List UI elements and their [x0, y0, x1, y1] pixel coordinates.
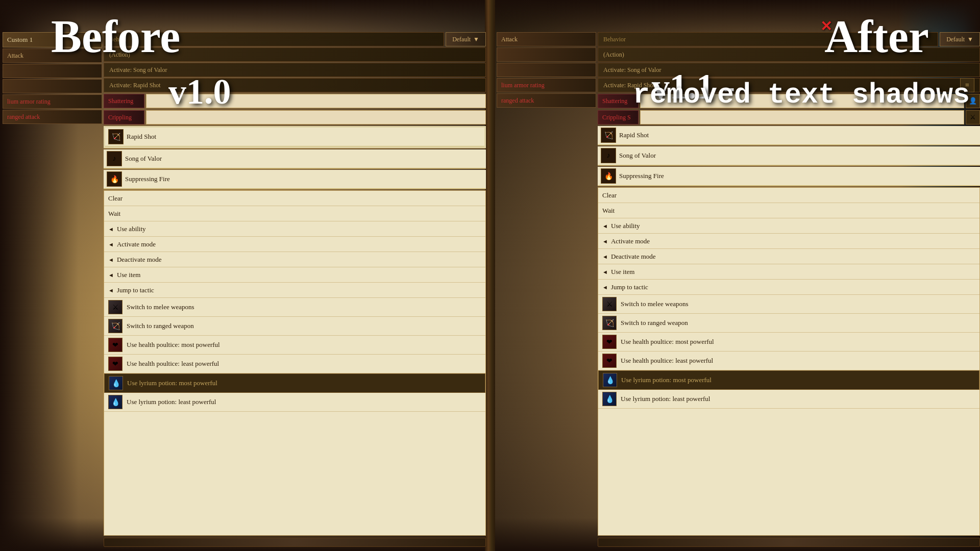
- health-least-icon: ❤: [108, 357, 122, 371]
- left-menu-use-item[interactable]: ◄ Use item: [104, 267, 485, 283]
- right-default-dropdown[interactable]: Default ▼: [940, 32, 980, 46]
- right-rapid-shot-icon: 🏹: [601, 128, 616, 143]
- left-menu-wait[interactable]: Wait: [104, 206, 485, 221]
- right-sidebar-ranged[interactable]: ranged attack: [497, 93, 596, 108]
- right-menu-lyrium-most[interactable]: 💧 Use lyrium potion: most powerful: [598, 370, 979, 390]
- right-ability-rapid[interactable]: 🏹 Rapid Shot: [598, 126, 980, 145]
- right-menu-jump-tactic[interactable]: ◄ Jump to tactic: [598, 280, 979, 295]
- rapid-shot-icon: 🏹: [108, 129, 124, 144]
- right-menu-wait[interactable]: Wait: [598, 203, 979, 218]
- left-menu-lyrium-least[interactable]: 💧 Use lyrium potion: least powerful: [104, 393, 485, 412]
- right-ability-song-row: ♪ Song of Valor: [598, 146, 980, 166]
- left-panel: Custom 1 ▼ Attack lium armor rating rang…: [0, 0, 490, 551]
- left-panel-inner: Custom 1 ▼ Attack lium armor rating rang…: [0, 4, 486, 547]
- right-ability-rapid-row: 🏹 Rapid Shot: [598, 126, 980, 145]
- right-menu-clear[interactable]: Clear: [598, 188, 979, 203]
- left-menu-use-ability[interactable]: ◄ Use ability: [104, 221, 485, 237]
- right-ability-suppressing[interactable]: 🔥 Suppressing Fire: [598, 167, 980, 186]
- right-action-bar: (Action): [598, 47, 980, 62]
- right-shattering-row: Shattering 👤: [598, 93, 980, 109]
- left-menu-jump-tactic[interactable]: ◄ Jump to tactic: [104, 283, 485, 298]
- right-crippling-content: [640, 110, 964, 124]
- left-shattering-label: Shattering: [104, 94, 144, 108]
- lyrium-least-icon: 💧: [108, 395, 122, 409]
- chevron-down-icon: ▼: [473, 36, 479, 43]
- right-menu-deactivate-mode[interactable]: ◄ Deactivate mode: [598, 249, 979, 264]
- left-default-dropdown[interactable]: Default ▼: [446, 32, 486, 46]
- right-panel-inner: Attack lium armor rating ranged attack B…: [494, 4, 980, 547]
- right-lyrium-least-icon: 💧: [602, 392, 617, 406]
- right-ability-song[interactable]: ♪ Song of Valor: [598, 146, 980, 165]
- right-song-valor-icon: ♪: [601, 148, 616, 163]
- left-menu-health-least[interactable]: ❤ Use health poultice: least powerful: [104, 355, 485, 373]
- left-abilities-section: 🏹 Rapid Shot: [104, 126, 486, 148]
- right-menu-melee[interactable]: ⚔ Switch to melee weapons: [598, 295, 979, 314]
- left-activate-rapid[interactable]: Activate: Rapid Shot: [104, 78, 486, 92]
- right-health-least-icon: ❤: [602, 354, 617, 368]
- left-ability-suppressing-row: 🔥 Suppressing Fire: [104, 170, 486, 189]
- right-sidebar: Attack lium armor rating ranged attack: [494, 4, 596, 547]
- dropdown-label: Custom 1: [7, 36, 33, 44]
- right-sidebar-item-3[interactable]: [497, 63, 596, 77]
- right-sidebar-item-2[interactable]: [497, 47, 596, 62]
- right-shattering-icon: 👤: [966, 94, 980, 108]
- left-menu-melee[interactable]: ⚔ Switch to melee weapons: [104, 298, 485, 317]
- left-crippling-content: [146, 110, 486, 124]
- right-ranged-icon: 🏹: [602, 316, 617, 330]
- right-menu-health-most[interactable]: ❤ Use health poultice: most powerful: [598, 333, 979, 352]
- left-header-row: Behavi Default ▼: [104, 32, 486, 46]
- right-sidebar-attack[interactable]: Attack: [497, 32, 596, 46]
- right-behavior-label: Behavior: [598, 32, 938, 46]
- right-menu-ranged[interactable]: 🏹 Switch to ranged weapon: [598, 314, 979, 333]
- right-sidebar-armor[interactable]: lium armor rating: [497, 78, 596, 92]
- right-menu-use-ability[interactable]: ◄ Use ability: [598, 218, 979, 234]
- left-menu-lyrium-most[interactable]: 💧 Use lyrium potion: most powerful: [104, 373, 485, 393]
- health-most-icon: ❤: [108, 338, 122, 352]
- left-action-bar: (Action): [104, 47, 486, 62]
- sidebar-ranged-attack[interactable]: ranged attack: [3, 110, 102, 124]
- left-menu-health-most[interactable]: ❤ Use health poultice: most powerful: [104, 336, 485, 355]
- right-scrollbar[interactable]: [598, 538, 980, 547]
- panel-wrapper: Custom 1 ▼ Attack lium armor rating rang…: [0, 0, 980, 551]
- left-shattering-row: Shattering: [104, 93, 486, 109]
- lyrium-most-icon: 💧: [109, 376, 123, 390]
- scroll-icon: ≡: [960, 78, 974, 92]
- left-sidebar-dropdown[interactable]: Custom 1 ▼: [3, 32, 102, 47]
- right-activate-song[interactable]: Activate: Song of Valor: [598, 63, 980, 77]
- right-suppressing-fire-icon: 🔥: [601, 168, 616, 184]
- left-scrollbar[interactable]: [104, 538, 486, 547]
- sidebar-attack[interactable]: Attack: [3, 48, 102, 63]
- left-shattering-content: [146, 94, 486, 108]
- right-menu-health-least[interactable]: ❤ Use health poultice: least powerful: [598, 352, 979, 370]
- close-button[interactable]: ✕: [820, 18, 832, 35]
- right-crippling-row: Crippling S ⚔: [598, 110, 980, 125]
- right-menu-use-item[interactable]: ◄ Use item: [598, 264, 979, 280]
- left-activate-song[interactable]: Activate: Song of Valor: [104, 63, 486, 77]
- ranged-icon: 🏹: [108, 319, 122, 333]
- left-menu-deactivate-mode[interactable]: ◄ Deactivate mode: [104, 252, 485, 267]
- song-valor-icon: ♪: [107, 151, 122, 166]
- left-behavior-label: Behavi: [104, 32, 444, 46]
- right-menu-activate-mode[interactable]: ◄ Activate mode: [598, 234, 979, 249]
- dropdown-arrow: ▼: [91, 36, 97, 44]
- melee-icon: ⚔: [108, 300, 122, 314]
- sidebar-item-3[interactable]: [3, 79, 102, 93]
- left-menu-ranged[interactable]: 🏹 Switch to ranged weapon: [104, 317, 485, 336]
- left-ability-song[interactable]: ♪ Song of Valor: [104, 149, 486, 168]
- left-menu-clear[interactable]: Clear: [104, 191, 485, 206]
- sidebar-item-2[interactable]: [3, 64, 102, 78]
- left-ability-rapid[interactable]: 🏹 Rapid Shot: [105, 128, 484, 146]
- right-shattering-label: Shattering: [598, 94, 639, 108]
- left-menu-activate-mode[interactable]: ◄ Activate mode: [104, 237, 485, 252]
- right-dropdown-panel: Clear Wait ◄ Use ability ◄ Activate mode: [598, 187, 980, 536]
- sidebar-armor-rating[interactable]: lium armor rating: [3, 94, 102, 109]
- left-ability-song-row: ♪ Song of Valor: [104, 149, 486, 169]
- left-crippling-row: Crippling: [104, 110, 486, 125]
- right-lyrium-most-icon: 💧: [603, 373, 617, 387]
- right-panel: Attack lium armor rating ranged attack B…: [490, 0, 980, 551]
- right-menu-lyrium-least[interactable]: 💧 Use lyrium potion: least powerful: [598, 390, 979, 409]
- left-ability-suppressing[interactable]: 🔥 Suppressing Fire: [104, 170, 486, 189]
- right-chevron-down-icon: ▼: [967, 36, 973, 43]
- right-ability-suppressing-row: 🔥 Suppressing Fire: [598, 167, 980, 186]
- right-activate-rapid[interactable]: Activate: Rapid Shot ≡: [598, 78, 980, 92]
